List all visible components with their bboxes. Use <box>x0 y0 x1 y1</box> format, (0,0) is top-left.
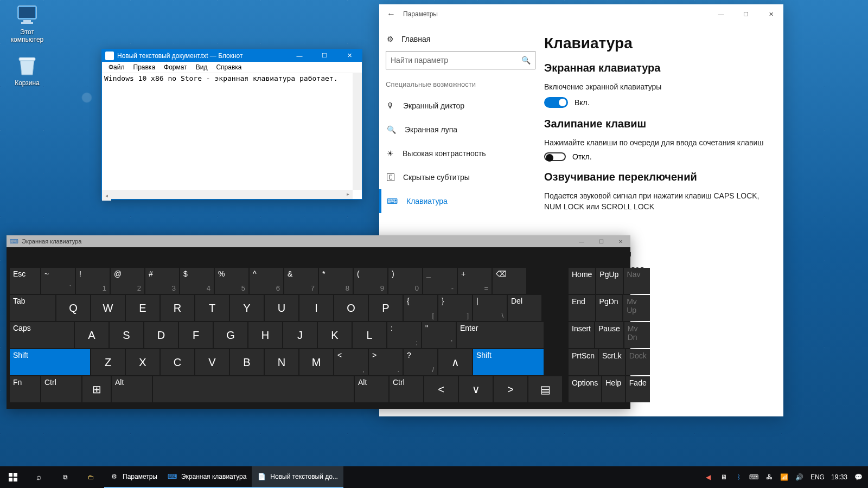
minimize-button[interactable]: — <box>287 49 312 62</box>
key-k[interactable]: K <box>318 322 352 348</box>
close-button[interactable]: ✕ <box>611 235 630 247</box>
nav-item-magnifier[interactable]: 🔍Экранная лупа <box>386 118 535 142</box>
settings-search[interactable]: Найти параметр 🔍 <box>386 51 535 69</box>
key-home[interactable]: Home <box>569 268 595 294</box>
key-a[interactable]: A <box>75 322 108 348</box>
scrollbar-vertical[interactable] <box>353 73 362 190</box>
tray-chevron-icon[interactable]: ◀ <box>704 473 713 481</box>
explorer-button[interactable]: 🗀 <box>78 466 104 488</box>
minimize-button[interactable]: — <box>572 235 591 247</box>
key-shift[interactable]: Shift <box>473 349 544 375</box>
key-f[interactable]: F <box>179 322 213 348</box>
key-u[interactable]: U <box>265 295 298 321</box>
nav-item-keyboard[interactable]: ⌨Клавиатура <box>386 189 535 213</box>
back-button[interactable]: ← <box>379 9 403 19</box>
key-&[interactable]: &7 <box>284 268 318 294</box>
key-x[interactable]: X <box>126 349 159 375</box>
key-+[interactable]: += <box>458 268 492 294</box>
key-v[interactable]: V <box>195 349 229 375</box>
key-space[interactable] <box>153 376 354 402</box>
key-shift[interactable]: Shift <box>10 349 90 375</box>
key-<[interactable]: <, <box>334 349 368 375</box>
key-⊞[interactable]: ⊞ <box>82 376 111 402</box>
desktop-icon-this-pc[interactable]: Этот компьютер <box>5 4 49 43</box>
key-~[interactable]: ~` <box>41 268 75 294</box>
key-d[interactable]: D <box>144 322 178 348</box>
toggle-sticky[interactable]: Откл. <box>544 152 768 161</box>
close-button[interactable]: ✕ <box>758 4 783 24</box>
key-$[interactable]: $4 <box>180 268 214 294</box>
menu-file[interactable]: Файл <box>104 62 129 72</box>
toggle-osk[interactable]: Вкл. <box>544 97 768 108</box>
tray-clock[interactable]: 19:33 <box>831 473 847 481</box>
key-pgup[interactable]: PgUp <box>596 268 622 294</box>
key-prtscn[interactable]: PrtScn <box>569 349 598 375</box>
nav-item-narrator[interactable]: 🎙Экранный диктор <box>386 94 535 118</box>
menu-view[interactable]: Вид <box>192 62 212 72</box>
toggle-switch-off[interactable] <box>544 152 566 161</box>
key-c[interactable]: C <box>161 349 194 375</box>
key-esc[interactable]: Esc <box>10 268 40 294</box>
nav-home[interactable]: ⚙ Главная <box>386 31 535 51</box>
key-)[interactable]: )0 <box>388 268 422 294</box>
notepad-titlebar[interactable]: Новый текстовый документ.txt — Блокнот —… <box>102 49 362 62</box>
key->[interactable]: > <box>494 376 527 402</box>
close-button[interactable]: ✕ <box>337 49 362 62</box>
taskbar-task-gear[interactable]: ⚙Параметры <box>104 466 163 488</box>
key-<[interactable]: < <box>424 376 458 402</box>
key-#[interactable]: #3 <box>145 268 179 294</box>
start-button[interactable] <box>0 466 26 488</box>
key-_[interactable]: _- <box>423 268 457 294</box>
minimize-button[interactable]: — <box>709 4 733 24</box>
maximize-button[interactable]: ☐ <box>312 49 337 62</box>
key-l[interactable]: L <box>353 322 386 348</box>
key-enter[interactable]: Enter <box>457 322 544 348</box>
taskbar-task-kbd[interactable]: ⌨Экранная клавиатура <box>163 466 252 488</box>
key-g[interactable]: G <box>214 322 247 348</box>
key-%[interactable]: %5 <box>215 268 248 294</box>
nav-item-contrast[interactable]: ☀Высокая контрастность <box>386 142 535 165</box>
key-t[interactable]: T <box>195 295 229 321</box>
desktop-icon-recycle-bin[interactable]: Корзина <box>5 55 49 87</box>
key-![interactable]: !1 <box>76 268 110 294</box>
menu-edit[interactable]: Правка <box>129 62 160 72</box>
maximize-button[interactable]: ☐ <box>591 235 611 247</box>
key-m[interactable]: M <box>299 349 333 375</box>
toggle-switch-on[interactable] <box>544 97 568 108</box>
menu-help[interactable]: Справка <box>212 62 246 72</box>
key-"[interactable]: "' <box>422 322 456 348</box>
key-b[interactable]: B <box>230 349 264 375</box>
nav-item-captions[interactable]: 🄲Скрытые субтитры <box>386 165 535 189</box>
key-o[interactable]: O <box>334 295 368 321</box>
key-pause[interactable]: Pause <box>595 322 623 348</box>
key-p[interactable]: P <box>369 295 403 321</box>
key-∧[interactable]: ∧ <box>438 349 472 375</box>
key-help[interactable]: Help <box>602 376 625 402</box>
key-i[interactable]: I <box>299 295 333 321</box>
key-tab[interactable]: Tab <box>10 295 55 321</box>
key-{[interactable]: {[ <box>404 295 437 321</box>
key-}[interactable]: }] <box>438 295 472 321</box>
key-^[interactable]: ^6 <box>250 268 283 294</box>
tray-wifi-icon[interactable]: 📶 <box>780 473 789 481</box>
key-⌫[interactable]: ⌫ <box>493 268 526 294</box>
tray-language[interactable]: ENG <box>810 473 825 481</box>
taskbar-task-note[interactable]: 📄Новый текстовый до... <box>252 466 343 488</box>
key-pgdn[interactable]: PgDn <box>596 295 623 321</box>
search-button[interactable]: ⌕ <box>26 466 52 488</box>
key-|[interactable]: |\ <box>473 295 507 321</box>
key-fade[interactable]: Fade <box>626 376 650 402</box>
key-@[interactable]: @2 <box>111 268 144 294</box>
key-n[interactable]: N <box>265 349 298 375</box>
key-z[interactable]: Z <box>91 349 125 375</box>
taskview-button[interactable]: ⧉ <box>52 466 78 488</box>
osk-titlebar[interactable]: ⌨ Экранная клавиатура — ☐ ✕ <box>7 235 630 247</box>
key-y[interactable]: Y <box>230 295 264 321</box>
key-e[interactable]: E <box>126 295 159 321</box>
key-alt[interactable]: Alt <box>355 376 388 402</box>
key-w[interactable]: W <box>91 295 125 321</box>
key-caps[interactable]: Caps <box>10 322 74 348</box>
key-j[interactable]: J <box>283 322 317 348</box>
key-ctrl[interactable]: Ctrl <box>390 376 423 402</box>
key-▤[interactable]: ▤ <box>528 376 562 402</box>
